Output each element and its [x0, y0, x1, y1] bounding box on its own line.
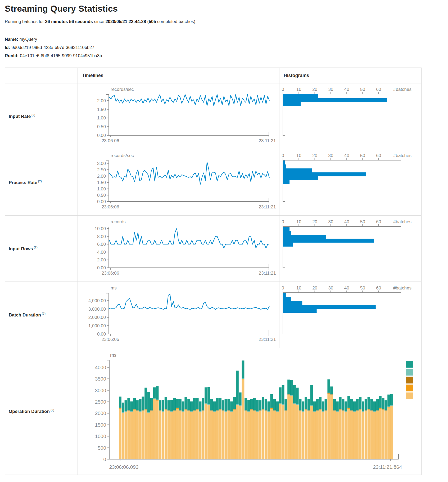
process-rate-histogram-chart: 0102030405060#batches	[279, 150, 421, 215]
svg-text:10: 10	[296, 153, 301, 158]
svg-text:records: records	[111, 219, 126, 224]
svg-text:40: 40	[344, 87, 349, 92]
svg-text:30: 30	[328, 87, 333, 92]
svg-text:60: 60	[376, 87, 381, 92]
svg-text:23:11:21: 23:11:21	[259, 271, 276, 276]
id-label: Id:	[5, 45, 10, 50]
svg-text:2.50: 2.50	[97, 167, 106, 172]
table-row-process-rate: Process Rate(?) records/sec3.002.502.001…	[5, 149, 422, 216]
svg-text:30: 30	[328, 153, 333, 158]
svg-text:23:11:21: 23:11:21	[259, 138, 276, 143]
svg-text:30: 30	[328, 219, 333, 224]
operation-duration-stacked-chart: ms4000350030002500200015001000500023:06:…	[78, 348, 421, 475]
svg-text:23:06:06.093: 23:06:06.093	[109, 464, 139, 470]
svg-text:20: 20	[312, 87, 317, 92]
svg-text:1500: 1500	[95, 422, 106, 427]
input-rows-help-icon[interactable]: (?)	[34, 246, 38, 249]
svg-text:500: 500	[98, 445, 106, 450]
svg-text:4000: 4000	[95, 364, 106, 370]
batch-duration-histogram-chart: 0102030405060#batches	[279, 282, 421, 348]
table-row-batch-duration: Batch Duration(?) ms4,000.003,000.002,00…	[5, 282, 422, 348]
input-rate-help-icon[interactable]: (?)	[31, 113, 35, 117]
svg-text:20: 20	[312, 153, 317, 158]
legend-swatch	[406, 361, 413, 368]
since-text: since	[93, 19, 106, 24]
svg-text:23:11:21.864: 23:11:21.864	[373, 464, 402, 470]
input-rows-timeline-chart: records10.008.006.004.002.000.0023:06:06…	[78, 216, 279, 282]
process-rate-help-icon[interactable]: (?)	[38, 180, 42, 183]
process-rate-timeline-chart: records/sec3.002.502.001.501.000.500.002…	[78, 150, 279, 215]
svg-text:60: 60	[376, 285, 381, 291]
svg-text:0.50: 0.50	[97, 193, 106, 198]
svg-text:20: 20	[312, 219, 317, 224]
svg-text:10: 10	[296, 87, 301, 92]
svg-text:0.00: 0.00	[97, 265, 106, 270]
histograms-column-header: Histograms	[279, 68, 422, 83]
svg-text:records/sec: records/sec	[111, 153, 134, 158]
svg-text:50: 50	[360, 87, 365, 92]
svg-text:#batches: #batches	[393, 153, 411, 158]
runid-label: RunId:	[5, 53, 19, 58]
svg-text:23:06:06: 23:06:06	[102, 337, 119, 342]
svg-text:ms: ms	[111, 285, 117, 291]
batch-duration-help-icon[interactable]: (?)	[42, 312, 46, 315]
runid-value: 04e101e6-8bf8-4165-9099-9104c951ba3b	[20, 53, 102, 58]
running-prefix: Running batches for	[5, 19, 45, 24]
operation-duration-help-icon[interactable]: (?)	[51, 408, 54, 412]
name-value: myQuery	[19, 37, 37, 42]
svg-text:40: 40	[344, 219, 349, 224]
svg-text:3.00: 3.00	[97, 161, 106, 166]
svg-text:#batches: #batches	[393, 219, 411, 224]
row-label-batch-duration: Batch Duration	[9, 312, 41, 317]
legend-swatch	[406, 377, 413, 383]
name-label: Name:	[5, 37, 18, 42]
svg-text:2000: 2000	[95, 410, 106, 416]
svg-text:#batches: #batches	[393, 285, 411, 291]
svg-text:60: 60	[376, 153, 381, 158]
legend-swatch	[406, 385, 413, 391]
svg-text:0: 0	[282, 285, 284, 291]
svg-text:3,000.00: 3,000.00	[88, 306, 106, 311]
batch-duration-timeline-chart: ms4,000.003,000.002,000.001,000.000.0023…	[78, 282, 279, 348]
svg-text:23:11:21: 23:11:21	[259, 337, 276, 342]
input-rate-histogram-chart: 0102030405060#batches	[279, 83, 421, 149]
query-runid-row: RunId:04e101e6-8bf8-4165-9099-9104c951ba…	[5, 52, 443, 60]
svg-text:2500: 2500	[95, 399, 106, 405]
completed-batches-count: 505	[149, 19, 156, 24]
paren-open: (	[146, 19, 149, 24]
page-title: Streaming Query Statistics	[5, 4, 443, 14]
svg-text:23:11:21: 23:11:21	[259, 204, 276, 209]
svg-text:10: 10	[296, 219, 301, 224]
svg-text:0: 0	[282, 153, 284, 158]
svg-text:0.00: 0.00	[97, 332, 106, 337]
svg-text:1.50: 1.50	[97, 180, 106, 185]
svg-text:1,000.00: 1,000.00	[88, 323, 106, 328]
stats-table: Timelines Histograms Input Rate(?) recor…	[5, 68, 422, 475]
streaming-query-statistics-page: Streaming Query Statistics Running batch…	[0, 4, 448, 475]
row-label-operation-duration: Operation Duration	[9, 409, 50, 414]
input-rate-timeline-chart: records/sec2.001.501.000.500.0023:06:062…	[78, 83, 279, 149]
id-value: 9d0dd219-995d-423e-b97d-36931110bb27	[11, 45, 94, 50]
input-rows-histogram-chart: 0102030405060#batches	[279, 216, 421, 282]
query-name-row: Name:myQuery	[5, 35, 443, 43]
svg-text:50: 50	[360, 153, 365, 158]
svg-text:2.00: 2.00	[97, 173, 106, 178]
svg-text:8.00: 8.00	[97, 234, 106, 239]
table-row-operation-duration: Operation Duration(?) ms4000350030002500…	[5, 348, 422, 475]
svg-text:0.00: 0.00	[97, 199, 106, 204]
row-label-input-rate: Input Rate	[9, 114, 31, 119]
svg-text:20: 20	[312, 285, 317, 291]
svg-text:records/sec: records/sec	[111, 87, 134, 92]
svg-text:6.00: 6.00	[97, 242, 106, 247]
svg-text:2,000.00: 2,000.00	[88, 315, 106, 320]
start-timestamp: 2020/05/21 22:44:28	[106, 19, 146, 24]
svg-text:0.00: 0.00	[97, 133, 106, 138]
svg-text:10.00: 10.00	[94, 226, 106, 231]
svg-text:60: 60	[376, 219, 381, 224]
svg-text:2.00: 2.00	[97, 257, 106, 262]
legend-swatch	[406, 392, 413, 399]
svg-text:ms: ms	[110, 352, 116, 358]
svg-text:30: 30	[328, 285, 333, 291]
svg-text:10: 10	[296, 285, 301, 291]
svg-text:23:06:06: 23:06:06	[102, 271, 119, 276]
